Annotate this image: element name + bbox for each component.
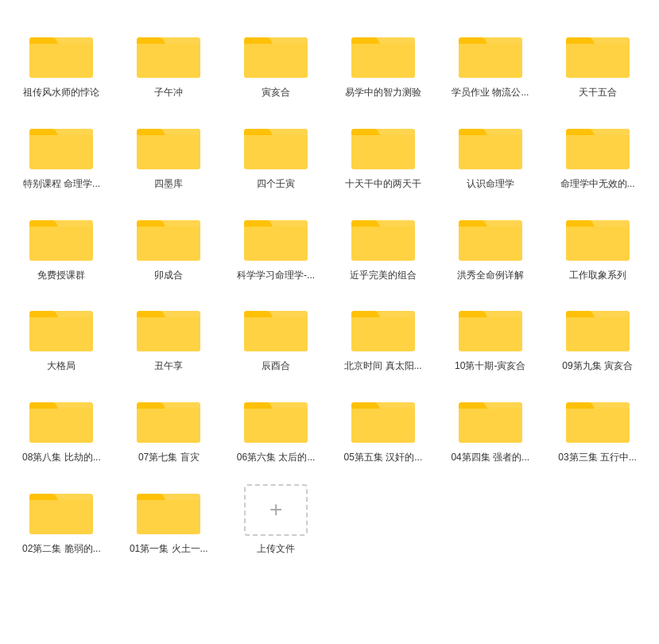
folder-icon — [351, 393, 415, 444]
folder-item[interactable]: 08第八集 比劫的... — [8, 381, 115, 472]
folder-item[interactable]: 09第九集 寅亥合 — [544, 289, 651, 381]
folder-label: 10第十期-寅亥合 — [455, 359, 525, 373]
folder-item[interactable]: 寅亥合 — [223, 16, 330, 107]
folder-label: 天干五合 — [579, 86, 617, 99]
folder-item[interactable]: 大格局 — [8, 289, 115, 381]
svg-rect-129 — [137, 409, 200, 442]
svg-rect-59 — [566, 135, 630, 169]
folder-item[interactable]: 05第五集 汉奸的... — [329, 381, 436, 472]
folder-icon — [29, 301, 93, 353]
folder-label: 06第六集 太后的... — [237, 451, 316, 464]
svg-rect-139 — [351, 409, 415, 442]
folder-icon — [566, 393, 630, 444]
folder-icon — [351, 211, 415, 262]
folder-label: 易学中的智力测验 — [345, 86, 421, 99]
folder-item[interactable]: 学员作业 物流公... — [436, 16, 544, 107]
svg-rect-29 — [566, 44, 630, 77]
folder-item[interactable]: 洪秀全命例详解 — [436, 199, 544, 290]
folder-item[interactable]: 特别课程 命理学... — [8, 107, 115, 199]
folder-item[interactable]: 祖传风水师的悖论 — [8, 16, 115, 107]
folder-label: 子午冲 — [154, 86, 183, 99]
folder-item[interactable]: 四墨库 — [115, 107, 223, 199]
folder-item[interactable]: 易学中的智力测验 — [329, 16, 436, 107]
svg-rect-69 — [137, 227, 200, 260]
svg-rect-134 — [244, 409, 308, 442]
folder-item[interactable]: 四个壬寅 — [223, 107, 330, 199]
file-grid: 祖传风水师的悖论 子午冲 寅亥合 易学中的智力测验 学员作业 物流公... 天干 — [0, 0, 659, 580]
folder-item[interactable]: 子午冲 — [115, 16, 223, 107]
folder-icon — [244, 28, 308, 80]
folder-label: 免费授课群 — [37, 269, 85, 282]
folder-item[interactable]: 辰酉合 — [223, 289, 330, 381]
svg-rect-104 — [244, 317, 308, 351]
folder-icon — [351, 119, 415, 171]
folder-item[interactable]: 天干五合 — [544, 16, 651, 107]
folder-item[interactable]: 北京时间 真太阳... — [329, 289, 436, 381]
folder-item[interactable]: 工作取象系列 — [544, 199, 651, 290]
folder-item[interactable]: 02第二集 脆弱的... — [8, 472, 115, 564]
folder-item[interactable]: 卯成合 — [115, 199, 223, 290]
folder-label: 四墨库 — [154, 177, 183, 191]
svg-rect-34 — [29, 135, 93, 169]
folder-label: 卯成合 — [154, 269, 183, 282]
folder-icon — [351, 28, 415, 80]
folder-icon — [566, 211, 630, 262]
svg-rect-79 — [351, 227, 415, 260]
svg-rect-24 — [459, 44, 522, 77]
svg-rect-119 — [566, 317, 630, 351]
svg-rect-14 — [244, 44, 308, 77]
folder-item[interactable]: 10第十期-寅亥合 — [436, 289, 544, 381]
folder-label: 认识命理学 — [467, 177, 514, 191]
folder-label: 科学学习命理学-... — [237, 269, 315, 282]
folder-icon — [459, 119, 522, 171]
folder-label: 洪秀全命例详解 — [457, 269, 524, 282]
folder-label: 特别课程 命理学... — [23, 177, 100, 191]
folder-label: 祖传风水师的悖论 — [23, 86, 99, 99]
folder-icon — [244, 393, 308, 444]
folder-label: 03第三集 五行中... — [558, 451, 637, 464]
folder-item[interactable]: 命理学中无效的... — [544, 107, 651, 199]
folder-icon — [137, 119, 200, 171]
folder-item[interactable]: 近乎完美的组合 — [329, 199, 436, 290]
folder-icon — [29, 211, 93, 262]
folder-item[interactable]: 07第七集 盲灾 — [115, 381, 223, 472]
svg-rect-74 — [244, 227, 308, 260]
svg-rect-84 — [459, 227, 522, 260]
folder-label: 04第四集 强者的... — [451, 451, 529, 464]
upload-button[interactable]: +上传文件 — [223, 472, 330, 564]
folder-item[interactable]: 免费授课群 — [8, 199, 115, 290]
folder-item[interactable]: 04第四集 强者的... — [436, 381, 544, 472]
folder-icon — [566, 119, 630, 171]
folder-item[interactable]: 认识命理学 — [436, 107, 544, 199]
svg-rect-39 — [137, 135, 200, 169]
folder-label: 辰酉合 — [262, 359, 290, 373]
folder-label: 工作取象系列 — [569, 269, 626, 282]
folder-item[interactable]: 丑午享 — [115, 289, 223, 381]
svg-rect-4 — [29, 44, 93, 77]
svg-rect-144 — [459, 409, 522, 442]
folder-item[interactable]: 03第三集 五行中... — [544, 381, 651, 472]
folder-label: 学员作业 物流公... — [452, 86, 529, 99]
folder-label: 09第九集 寅亥合 — [562, 359, 633, 373]
plus-icon: + — [269, 499, 282, 521]
svg-rect-124 — [29, 409, 93, 442]
folder-icon — [459, 28, 522, 80]
folder-item[interactable]: 科学学习命理学-... — [223, 199, 330, 290]
folder-label: 四个壬寅 — [257, 177, 295, 191]
folder-icon — [459, 393, 522, 444]
svg-rect-159 — [137, 500, 200, 533]
folder-item[interactable]: 01第一集 火土一... — [115, 472, 223, 564]
folder-icon — [244, 119, 308, 171]
svg-rect-49 — [351, 135, 415, 169]
folder-label: 北京时间 真太阳... — [344, 359, 421, 373]
svg-rect-114 — [459, 317, 522, 351]
folder-label: 命理学中无效的... — [560, 177, 635, 191]
folder-item[interactable]: 十天干中的两天干 — [329, 107, 436, 199]
svg-rect-64 — [29, 227, 93, 260]
folder-icon — [29, 484, 93, 536]
folder-label: 丑午享 — [154, 359, 183, 373]
svg-rect-54 — [459, 135, 522, 169]
upload-label: 上传文件 — [257, 542, 295, 556]
folder-item[interactable]: 06第六集 太后的... — [223, 381, 330, 472]
folder-icon — [459, 301, 522, 353]
